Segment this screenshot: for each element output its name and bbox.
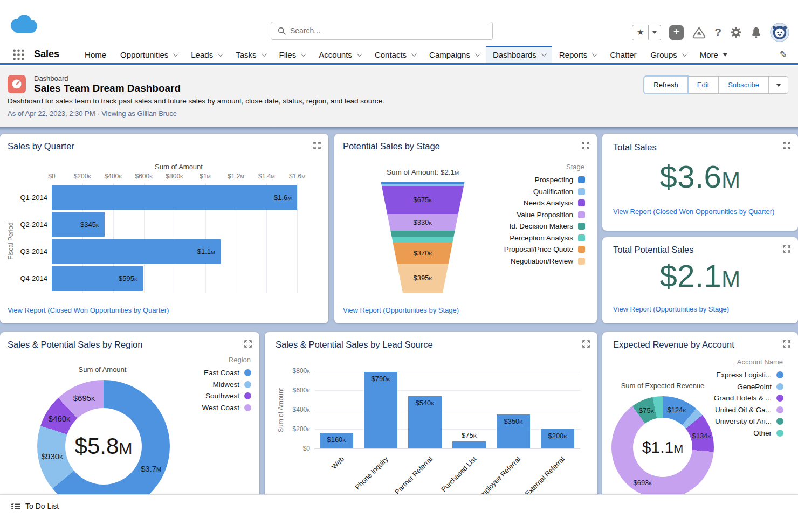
y-axis-tick: $800K [278,367,310,375]
bar-value-label: $345K [80,220,99,229]
tab-files[interactable]: Files [272,46,312,63]
global-header: ★ + ? [0,0,798,46]
todo-list-utility-item[interactable]: To Do List [8,500,62,513]
setup-gear-icon[interactable] [730,26,742,39]
square-swatch [578,234,585,241]
funnel-segment-id-decision-makers[interactable] [380,231,466,237]
expand-icon[interactable] [244,340,252,348]
funnel-segment-perception-analysis[interactable] [380,237,466,243]
legend-label: University of Ari... [715,417,772,425]
legend-item-grand-hotels[interactable]: Grand Hotels & ... [714,394,783,402]
view-report-link[interactable]: View Report (Opportunities by Stage) [613,305,729,313]
more-actions-caret-icon[interactable] [768,77,788,93]
legend-item-prospecting[interactable]: Prospecting [504,176,585,184]
tab-campaigns[interactable]: Campaigns [422,46,486,63]
category-label: Employee Referral [476,455,522,494]
guidance-center-icon[interactable] [692,26,706,39]
view-report-link[interactable]: View Report (Opportunities by Stage) [343,306,459,314]
quick-create-plus-icon[interactable]: + [669,25,684,40]
bar-q1-2014[interactable] [52,185,297,210]
app-navigation: Sales HomeOpportunitiesLeadsTasksFilesAc… [0,46,798,65]
legend-item-id-decision-makers[interactable]: Id. Decision Makers [504,222,585,230]
legend-item-midwest[interactable]: Midwest [202,381,251,389]
tab-groups[interactable]: Groups [644,46,693,63]
user-avatar[interactable] [770,23,789,42]
legend-item-express-logisti[interactable]: Express Logisti... [714,371,783,379]
expand-icon[interactable] [783,245,790,253]
tab-home[interactable]: Home [78,46,113,63]
favorites-star-icon[interactable]: ★ [632,25,649,40]
notifications-bell-icon[interactable] [751,26,762,39]
tab-leads[interactable]: Leads [184,46,229,63]
tab-chatter[interactable]: Chatter [603,46,643,63]
legend-item-qualification[interactable]: Qualification [504,188,585,196]
legend-item-west-coast[interactable]: West Coast [202,404,251,412]
circle-swatch [776,371,783,378]
legend-item-other[interactable]: Other [714,429,783,437]
funnel-segment-proposal-price-quote[interactable] [380,243,466,264]
dashboard-meta: As of Apr 22, 2023, 2:30 PM · Viewing as… [8,109,177,118]
funnel-segment-needs-analysis[interactable] [380,186,466,214]
header-actions: ★ + ? [632,23,789,42]
tab-opportunities[interactable]: Opportunities [113,46,184,63]
x-axis-tick: $400K [105,172,122,180]
tab-more[interactable]: More [693,46,734,63]
bar-value-label: $200K [548,432,567,440]
edit-button[interactable]: Edit [687,77,718,93]
tab-accounts[interactable]: Accounts [312,46,368,63]
edit-nav-pencil-icon[interactable]: ✎ [780,49,787,60]
circle-swatch [244,369,251,376]
expand-icon[interactable] [783,142,790,149]
bar-purchased-list[interactable] [452,441,486,449]
subscribe-button[interactable]: Subscribe [718,77,768,93]
legend-item-university-of-ari[interactable]: University of Ari... [714,417,783,425]
legend-item-united-oil-ga[interactable]: United Oil & Ga... [714,406,783,414]
favorites-dropdown-icon[interactable] [649,25,661,40]
view-report-link[interactable]: View Report (Closed Won Opportunities by… [8,306,169,314]
bar-value-label: $350K [504,417,522,425]
legend-item-proposal-price-quote[interactable]: Proposal/Price Quote [504,245,585,253]
legend-item-east-coast[interactable]: East Coast [202,369,251,377]
circle-swatch [776,430,783,437]
tab-reports[interactable]: Reports [552,46,603,63]
legend-item-genepoint[interactable]: GenePoint [714,383,783,391]
search-input[interactable] [290,26,486,35]
category-label: Purchased List [439,455,478,493]
help-icon[interactable]: ? [714,26,721,39]
dashboard-page-header: Dashboard Sales Team Dream Dashboard Das… [0,66,798,127]
todo-list-label: To Do List [25,502,59,510]
bar-phone-inquiry[interactable] [364,372,397,448]
legend-item-negotiation-review[interactable]: Negotiation/Review [504,257,585,265]
circle-swatch [776,406,783,413]
chart-axis-title: Sum of Expected Revenue [603,382,723,390]
expand-icon[interactable] [313,142,321,149]
search-icon [278,27,286,35]
donut-center-value: $5.8M [75,433,133,459]
x-axis-title: Sum of Amount [52,163,306,171]
legend-item-value-proposition[interactable]: Value Proposition [504,211,585,219]
x-axis-tick: $800K [166,172,183,180]
card-total-potential-sales: Total Potential Sales $2.1M View Report … [602,237,798,323]
funnel-segment-value-proposition[interactable] [380,214,466,231]
bar-q3-2014[interactable] [52,239,221,264]
refresh-button[interactable]: Refresh [644,77,687,93]
view-report-link[interactable]: View Report (Closed Won Opportunities by… [613,208,774,216]
legend-item-perception-analysis[interactable]: Perception Analysis [504,234,585,242]
expand-icon[interactable] [783,340,790,348]
legend-label: Grand Hotels & ... [714,394,772,402]
app-launcher-icon[interactable] [12,48,25,63]
expand-icon[interactable] [582,142,589,149]
legend-item-needs-analysis[interactable]: Needs Analysis [504,199,585,207]
funnel-segment-qualification[interactable] [380,184,466,186]
x-axis-tick: $1.6M [289,172,306,180]
global-search[interactable] [271,22,493,40]
tab-dashboards[interactable]: Dashboards [486,46,552,63]
legend-title: Account Name [714,358,783,366]
expand-icon[interactable] [582,340,590,348]
tab-tasks[interactable]: Tasks [229,46,272,63]
funnel-segment-negotiation-review[interactable] [380,264,466,293]
legend-label: Perception Analysis [510,234,573,242]
tab-contacts[interactable]: Contacts [368,46,422,63]
legend-item-southwest[interactable]: Southwest [202,392,251,400]
funnel-segment-prospecting[interactable] [380,182,466,184]
